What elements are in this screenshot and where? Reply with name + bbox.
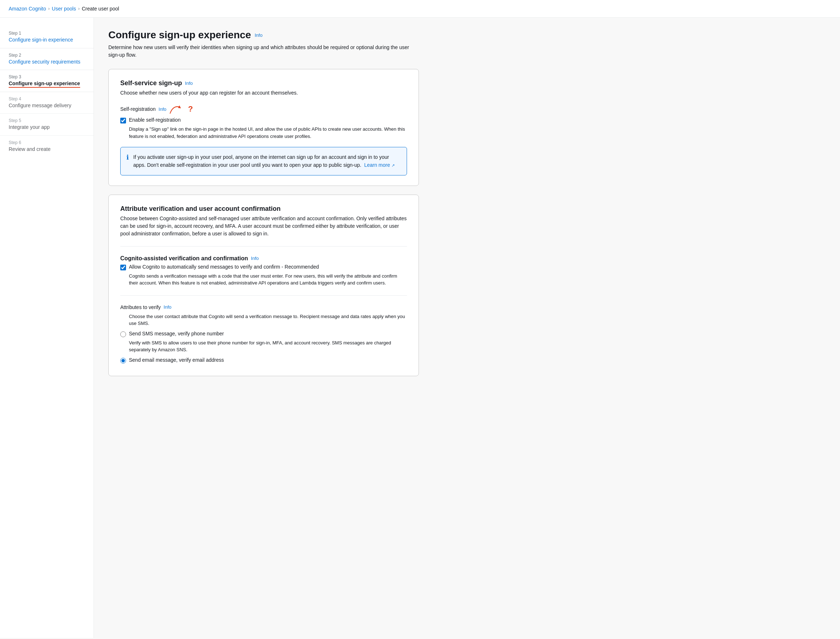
sidebar-step-5[interactable]: Step 5 Integrate your app bbox=[0, 114, 94, 136]
breadcrumb-sep-1: › bbox=[48, 6, 50, 11]
question-mark-icon: ? bbox=[188, 104, 193, 114]
self-service-section: Self-service sign-up Info Choose whether… bbox=[108, 69, 419, 186]
attributes-to-verify-desc: Choose the user contact attribute that C… bbox=[129, 313, 407, 327]
red-arrow-icon bbox=[169, 104, 188, 114]
cognito-auto-send-row: Allow Cognito to automatically send mess… bbox=[120, 264, 407, 270]
enable-self-registration-row: Enable self-registration bbox=[120, 117, 407, 124]
attribute-section-title: Attribute verification and user account … bbox=[120, 205, 281, 213]
sidebar-step-6-label: Review and create bbox=[9, 146, 51, 152]
attribute-title-row: Attribute verification and user account … bbox=[120, 205, 407, 213]
enable-self-registration-checkbox[interactable] bbox=[120, 118, 126, 124]
email-radio[interactable] bbox=[120, 358, 126, 364]
sidebar-step-2-num: Step 2 bbox=[9, 53, 85, 58]
page-title: Configure sign-up experience bbox=[108, 29, 251, 41]
info-circle-icon: ℹ bbox=[126, 153, 129, 161]
breadcrumb: Amazon Cognito › User pools › Create use… bbox=[0, 0, 840, 18]
page-subtitle: Determine how new users will verify thei… bbox=[108, 44, 419, 59]
cognito-auto-send-label[interactable]: Allow Cognito to automatically send mess… bbox=[129, 264, 319, 270]
self-service-title-row: Self-service sign-up Info bbox=[120, 79, 407, 87]
self-service-desc: Choose whether new users of your app can… bbox=[120, 89, 407, 97]
sidebar-step-5-num: Step 5 bbox=[9, 118, 85, 123]
sms-radio-label[interactable]: Send SMS message, verify phone number bbox=[129, 331, 224, 337]
email-radio-label[interactable]: Send email message, verify email address bbox=[129, 357, 224, 363]
breadcrumb-user-pools[interactable]: User pools bbox=[52, 6, 76, 11]
attributes-to-verify-row: Attributes to verify Info bbox=[120, 304, 407, 310]
self-service-info-link[interactable]: Info bbox=[185, 81, 193, 86]
info-box-text: If you activate user sign-up in your use… bbox=[133, 153, 401, 169]
sms-radio-row: Send SMS message, verify phone number bbox=[120, 331, 407, 337]
sidebar-step-2[interactable]: Step 2 Configure security requirements bbox=[0, 48, 94, 70]
sidebar-step-3-num: Step 3 bbox=[9, 75, 85, 79]
learn-more-link[interactable]: Learn more ↗ bbox=[364, 162, 395, 168]
self-registration-label: Self-registration bbox=[120, 106, 156, 112]
self-registration-field-row: Self-registration Info ? bbox=[120, 104, 407, 114]
sidebar-step-6[interactable]: Step 6 Review and create bbox=[0, 136, 94, 157]
page-info-link[interactable]: Info bbox=[255, 32, 262, 38]
sidebar-step-4-label: Configure message delivery bbox=[9, 103, 72, 108]
layout: Step 1 Configure sign-in experience Step… bbox=[0, 18, 840, 638]
cognito-assisted-title-row: Cognito-assisted verification and confir… bbox=[120, 255, 407, 262]
attribute-verification-section: Attribute verification and user account … bbox=[108, 195, 419, 376]
sidebar-step-2-label[interactable]: Configure security requirements bbox=[9, 59, 80, 65]
sidebar-step-1[interactable]: Step 1 Configure sign-in experience bbox=[0, 26, 94, 48]
sidebar-step-4-num: Step 4 bbox=[9, 96, 85, 102]
main-content: Configure sign-up experience Info Determ… bbox=[94, 18, 840, 638]
sms-radio-desc: Verify with SMS to allow users to use th… bbox=[129, 339, 407, 353]
sms-radio[interactable] bbox=[120, 331, 126, 337]
sidebar-step-1-num: Step 1 bbox=[9, 31, 85, 36]
self-registration-info-link[interactable]: Info bbox=[159, 106, 167, 112]
cognito-assisted-title: Cognito-assisted verification and confir… bbox=[120, 255, 248, 262]
attribute-section-desc: Choose between Cognito-assisted and self… bbox=[120, 215, 407, 238]
external-link-icon: ↗ bbox=[391, 163, 395, 167]
cognito-auto-send-desc: Cognito sends a verification message wit… bbox=[129, 273, 407, 287]
sidebar-step-6-num: Step 6 bbox=[9, 140, 85, 145]
breadcrumb-amazon-cognito[interactable]: Amazon Cognito bbox=[9, 6, 46, 11]
sidebar-step-3-label: Configure sign-up experience bbox=[9, 81, 80, 88]
sidebar-step-4[interactable]: Step 4 Configure message delivery bbox=[0, 92, 94, 114]
enable-self-registration-desc: Display a "Sign up" link on the sign-in … bbox=[129, 126, 407, 140]
attributes-to-verify-label: Attributes to verify bbox=[120, 304, 161, 310]
cognito-assisted-info-link[interactable]: Info bbox=[251, 256, 259, 261]
breadcrumb-create-user-pool: Create user pool bbox=[82, 6, 119, 11]
sidebar: Step 1 Configure sign-in experience Step… bbox=[0, 18, 94, 638]
cognito-auto-send-checkbox[interactable] bbox=[120, 265, 126, 270]
enable-self-registration-label[interactable]: Enable self-registration bbox=[129, 117, 181, 123]
sidebar-step-1-label[interactable]: Configure sign-in experience bbox=[9, 37, 73, 43]
attributes-to-verify-info-link[interactable]: Info bbox=[164, 304, 172, 310]
self-registration-info-box: ℹ If you activate user sign-up in your u… bbox=[120, 147, 407, 175]
breadcrumb-sep-2: › bbox=[78, 6, 80, 11]
sidebar-step-3[interactable]: Step 3 Configure sign-up experience bbox=[0, 70, 94, 92]
self-service-title: Self-service sign-up bbox=[120, 79, 182, 87]
red-arrow-annotation: ? bbox=[169, 104, 193, 114]
attributes-divider bbox=[120, 295, 407, 296]
email-radio-row: Send email message, verify email address bbox=[120, 357, 407, 364]
page-header: Configure sign-up experience Info bbox=[108, 29, 826, 41]
section-divider bbox=[120, 246, 407, 246]
sidebar-step-5-label: Integrate your app bbox=[9, 124, 50, 130]
